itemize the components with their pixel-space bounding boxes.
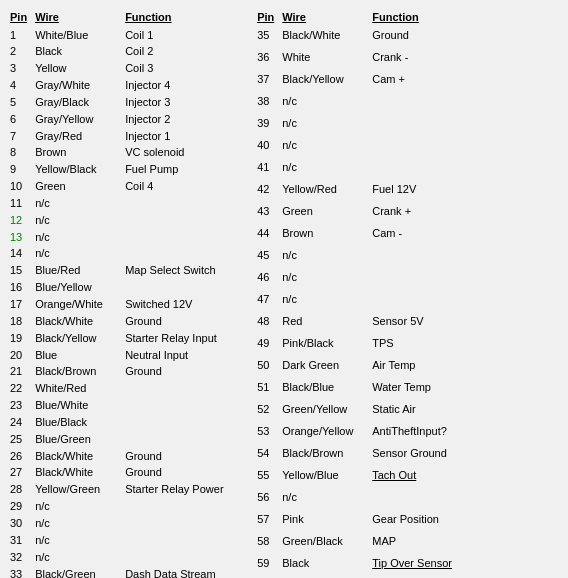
cell-function: MAP — [370, 533, 490, 555]
table-row: 5Gray/BlackInjector 3 — [8, 94, 243, 111]
cell-function: Fuel 12V — [370, 181, 490, 203]
table-row: 9Yellow/BlackFuel Pump — [8, 161, 243, 178]
cell-function: Ground — [123, 448, 243, 465]
cell-pin: 18 — [8, 313, 33, 330]
cell-wire: Yellow/Green — [33, 481, 123, 498]
table-row: 7Gray/RedInjector 1 — [8, 128, 243, 145]
table-row: 55Yellow/BlueTach Out — [255, 467, 490, 489]
cell-wire: Orange/White — [33, 296, 123, 313]
cell-function: TPS — [370, 335, 490, 357]
cell-pin: 11 — [8, 195, 33, 212]
table-row: 41n/c — [255, 159, 490, 181]
cell-wire: White/Red — [33, 380, 123, 397]
table-row: 47n/c — [255, 291, 490, 313]
cell-function: Dash Data Stream — [123, 566, 243, 579]
cell-wire: Blue/Red — [33, 262, 123, 279]
cell-wire: Green — [280, 203, 370, 225]
cell-pin: 10 — [8, 178, 33, 195]
table-row: 21Black/BrownGround — [8, 363, 243, 380]
table-row: 25Blue/Green — [8, 431, 243, 448]
cell-wire: n/c — [33, 498, 123, 515]
right-pin-table: Pin Wire Function 35Black/WhiteGround36W… — [255, 8, 490, 578]
cell-wire: n/c — [33, 195, 123, 212]
table-row: 6Gray/YellowInjector 2 — [8, 111, 243, 128]
table-row: 56n/c — [255, 489, 490, 511]
cell-pin: 56 — [255, 489, 280, 511]
cell-wire: Gray/Black — [33, 94, 123, 111]
cell-pin: 57 — [255, 511, 280, 533]
table-row: 17Orange/WhiteSwitched 12V — [8, 296, 243, 313]
cell-function — [123, 532, 243, 549]
cell-pin: 25 — [8, 431, 33, 448]
cell-wire: Black/Yellow — [33, 330, 123, 347]
cell-wire: White — [280, 49, 370, 71]
table-row: 59BlackTip Over Sensor — [255, 555, 490, 577]
cell-wire: Green/Yellow — [280, 401, 370, 423]
cell-function — [370, 93, 490, 115]
cell-function — [123, 212, 243, 229]
cell-function: Switched 12V — [123, 296, 243, 313]
cell-pin: 44 — [255, 225, 280, 247]
cell-function — [123, 431, 243, 448]
cell-function: Injector 1 — [123, 128, 243, 145]
cell-function: Fuel Pump — [123, 161, 243, 178]
table-row: 43GreenCrank + — [255, 203, 490, 225]
table-row: 54Black/BrownSensor Ground — [255, 445, 490, 467]
cell-wire: n/c — [280, 115, 370, 137]
table-row: 24Blue/Black — [8, 414, 243, 431]
table-row: 50Dark GreenAir Temp — [255, 357, 490, 379]
table-row: 8BrownVC solenoid — [8, 144, 243, 161]
cell-function: Air Temp — [370, 357, 490, 379]
cell-wire: Green/Black — [280, 533, 370, 555]
left-pin-table: Pin Wire Function 1White/BlueCoil 12Blac… — [8, 8, 243, 578]
cell-function: Sensor Ground — [370, 445, 490, 467]
cell-pin: 26 — [8, 448, 33, 465]
cell-function — [123, 245, 243, 262]
cell-pin: 59 — [255, 555, 280, 577]
cell-function: Coil 4 — [123, 178, 243, 195]
cell-pin: 47 — [255, 291, 280, 313]
cell-pin: 6 — [8, 111, 33, 128]
table-row: 20BlueNeutral Input — [8, 347, 243, 364]
cell-function — [123, 414, 243, 431]
table-row: 53Orange/YellowAntiTheftInput? — [255, 423, 490, 445]
table-row: 32n/c — [8, 549, 243, 566]
cell-wire: Black/Blue — [280, 379, 370, 401]
cell-function — [123, 279, 243, 296]
cell-pin: 49 — [255, 335, 280, 357]
cell-pin: 54 — [255, 445, 280, 467]
cell-pin: 8 — [8, 144, 33, 161]
cell-wire: n/c — [33, 532, 123, 549]
cell-function: Tach Out — [370, 467, 490, 489]
cell-pin: 29 — [8, 498, 33, 515]
cell-wire: Brown — [33, 144, 123, 161]
cell-wire: Dark Green — [280, 357, 370, 379]
table-row: 4Gray/WhiteInjector 4 — [8, 77, 243, 94]
cell-function: VC solenoid — [123, 144, 243, 161]
cell-wire: Black/White — [280, 27, 370, 49]
cell-wire: Pink/Black — [280, 335, 370, 357]
table-row: 12n/c — [8, 212, 243, 229]
cell-function: Gear Position — [370, 511, 490, 533]
cell-wire: Black — [33, 43, 123, 60]
table-row: 11n/c — [8, 195, 243, 212]
table-row: 22White/Red — [8, 380, 243, 397]
cell-pin: 31 — [8, 532, 33, 549]
cell-wire: n/c — [33, 212, 123, 229]
cell-pin: 39 — [255, 115, 280, 137]
pin-table-container: Pin Wire Function 1White/BlueCoil 12Blac… — [8, 8, 560, 578]
table-row: 37Black/YellowCam + — [255, 71, 490, 93]
cell-pin: 30 — [8, 515, 33, 532]
table-row: 14n/c — [8, 245, 243, 262]
cell-function: Injector 3 — [123, 94, 243, 111]
cell-function — [123, 195, 243, 212]
cell-wire: Black/Yellow — [280, 71, 370, 93]
cell-function: AntiTheftInput? — [370, 423, 490, 445]
table-row: 1White/BlueCoil 1 — [8, 27, 243, 44]
table-row: 28Yellow/GreenStarter Relay Power — [8, 481, 243, 498]
table-row: 23Blue/White — [8, 397, 243, 414]
cell-wire: n/c — [33, 245, 123, 262]
cell-function — [370, 137, 490, 159]
cell-wire: Black/Brown — [33, 363, 123, 380]
cell-pin: 50 — [255, 357, 280, 379]
